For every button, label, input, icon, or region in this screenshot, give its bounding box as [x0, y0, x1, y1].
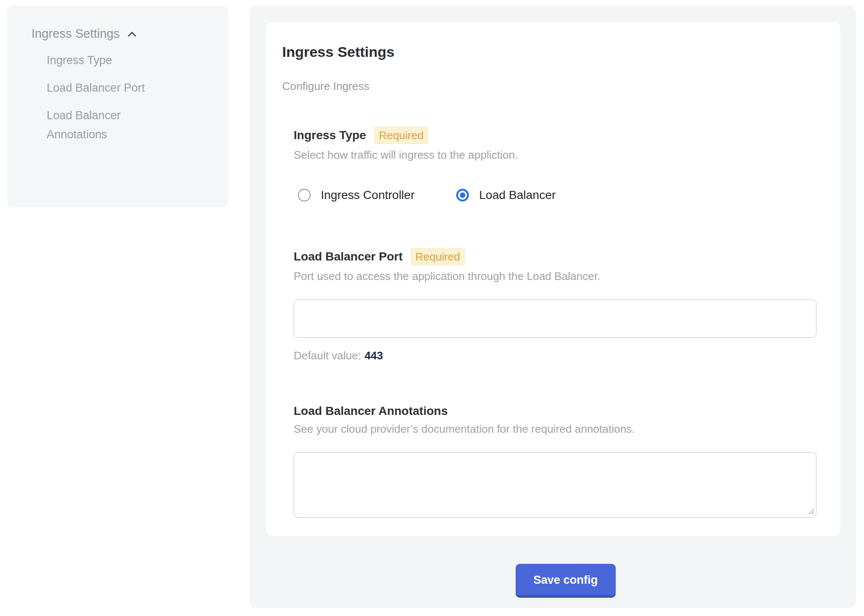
- ingress-type-radio-group: Ingress Controller Load Balancer: [294, 188, 816, 202]
- load-balancer-port-input[interactable]: [294, 300, 816, 338]
- load-balancer-annotations-description: See your cloud provider’s documentation …: [294, 423, 816, 435]
- load-balancer-annotations-textarea[interactable]: [294, 452, 816, 518]
- required-badge: Required: [410, 248, 466, 266]
- sidebar-item-load-balancer-annotations[interactable]: Load Balancer Annotations: [31, 106, 176, 144]
- ingress-type-description: Select how traffic will ingress to the a…: [294, 148, 816, 161]
- radio-option-load-balancer[interactable]: Load Balancer: [456, 188, 556, 202]
- section-load-balancer-annotations: Load Balancer Annotations See your cloud…: [294, 404, 816, 518]
- sidebar-group-label: Ingress Settings: [31, 24, 120, 43]
- page-title: Ingress Settings: [282, 43, 816, 60]
- page-subtitle: Configure Ingress: [282, 80, 816, 92]
- required-badge: Required: [374, 126, 429, 144]
- sidebar-item-load-balancer-port[interactable]: Load Balancer Port: [31, 78, 176, 98]
- radio-selected-icon[interactable]: [456, 189, 469, 202]
- load-balancer-port-label: Load Balancer Port: [294, 249, 403, 264]
- radio-label-ingress-controller: Ingress Controller: [321, 188, 415, 202]
- radio-option-ingress-controller[interactable]: Ingress Controller: [298, 188, 415, 202]
- default-value-label: Default value:: [294, 349, 361, 362]
- settings-sidebar: Ingress Settings Ingress Type Load Balan…: [7, 6, 228, 207]
- sidebar-group-ingress-settings[interactable]: Ingress Settings: [31, 24, 220, 43]
- section-ingress-type: Ingress Type Required Select how traffic…: [294, 126, 816, 202]
- section-load-balancer-port: Load Balancer Port Required Port used to…: [294, 248, 816, 362]
- radio-label-load-balancer: Load Balancer: [479, 188, 556, 202]
- form-sections: Ingress Type Required Select how traffic…: [294, 126, 816, 518]
- sidebar-list: Ingress Type Load Balancer Port Load Bal…: [31, 51, 220, 144]
- default-value-row: Default value:443: [294, 349, 816, 362]
- default-value: 443: [365, 349, 383, 362]
- chevron-up-icon: [126, 28, 138, 41]
- load-balancer-port-description: Port used to access the application thro…: [294, 270, 816, 283]
- sidebar-item-ingress-type[interactable]: Ingress Type: [31, 51, 176, 70]
- load-balancer-annotations-label: Load Balancer Annotations: [294, 404, 448, 418]
- save-config-button[interactable]: Save config: [516, 564, 616, 598]
- ingress-settings-card: Ingress Settings Configure Ingress Ingre…: [266, 22, 840, 536]
- settings-panel: Ingress Settings Configure Ingress Ingre…: [250, 6, 856, 608]
- ingress-type-label: Ingress Type: [294, 128, 366, 143]
- radio-unselected-icon[interactable]: [298, 189, 311, 202]
